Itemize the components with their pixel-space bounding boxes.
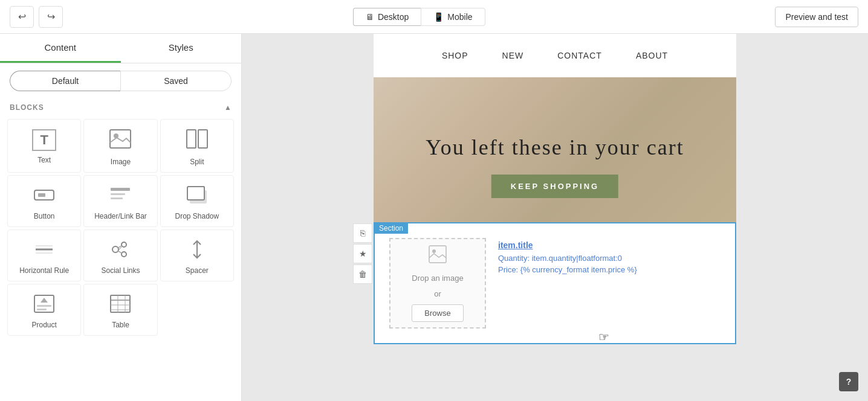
svg-rect-24 [37, 309, 47, 310]
image-block-icon [109, 129, 131, 153]
toolbar-right: Preview and test [775, 7, 858, 27]
block-text-label: Text [37, 156, 51, 164]
block-social[interactable]: Social Links [83, 229, 157, 281]
toolbar-left: ↩ ↪ [10, 6, 63, 28]
mode-default-button[interactable]: Default [10, 71, 120, 91]
svg-point-17 [121, 252, 126, 257]
email-nav: SHOP NEW CONTACT ABOUT [374, 34, 736, 77]
svg-rect-23 [37, 305, 51, 307]
button-block-icon [33, 185, 55, 207]
block-dropshadow-label: Drop Shadow [175, 212, 219, 220]
block-hrule[interactable]: Horizontal Rule [7, 229, 81, 281]
block-split[interactable]: Split [160, 119, 234, 173]
section-area: Section ⎘ ★ 🗑 Drop an image or [374, 222, 736, 344]
device-toggle: 🖥 Desktop 📱 Mobile [353, 8, 485, 26]
upload-drop-text: Drop an image [412, 273, 463, 284]
desktop-icon: 🖥 [366, 12, 374, 22]
svg-rect-3 [198, 130, 207, 148]
headerbar-block-icon [109, 185, 131, 207]
mode-buttons: Default Saved [0, 63, 241, 98]
block-image-label: Image [111, 158, 131, 166]
svg-rect-11 [187, 187, 204, 200]
block-table-label: Table [112, 321, 129, 329]
blocks-grid: T Text Image Split Button [0, 114, 241, 341]
price-template: {% currency_format item.price %} [520, 265, 637, 274]
upload-or-text: or [434, 289, 441, 300]
svg-rect-31 [429, 246, 446, 263]
cart-section: Drop an image or Browse item.title Quant… [375, 223, 735, 343]
block-image[interactable]: Image [83, 119, 157, 173]
spacer-block-icon [186, 240, 208, 261]
tab-styles[interactable]: Styles [121, 34, 242, 63]
content-area: SHOP NEW CONTACT ABOUT You left these in… [242, 34, 868, 401]
block-spacer[interactable]: Spacer [160, 229, 234, 281]
redo-button[interactable]: ↪ [39, 6, 63, 28]
section-label: Section [374, 223, 408, 234]
section-controls: ⎘ ★ 🗑 [353, 223, 372, 284]
sidebar-tabs: Content Styles [0, 34, 241, 63]
tab-content[interactable]: Content [0, 34, 121, 63]
item-title: item.title [498, 240, 721, 250]
svg-rect-7 [111, 193, 125, 195]
help-button[interactable]: ? [839, 372, 858, 391]
mode-saved-button[interactable]: Saved [120, 71, 232, 91]
block-hrule-label: Horizontal Rule [19, 266, 69, 275]
block-dropshadow[interactable]: Drop Shadow [160, 175, 234, 227]
desktop-button[interactable]: 🖥 Desktop [353, 8, 421, 26]
text-block-icon: T [32, 129, 56, 151]
svg-line-19 [118, 251, 121, 253]
browse-button[interactable]: Browse [412, 304, 463, 322]
block-button-label: Button [34, 212, 55, 220]
toolbar: ↩ ↪ 🖥 Desktop 📱 Mobile Preview and test [0, 0, 868, 34]
block-product[interactable]: Product [7, 284, 81, 336]
block-spacer-label: Spacer [186, 266, 209, 275]
blocks-title: BLOCKS [10, 103, 44, 112]
nav-contact[interactable]: CONTACT [540, 43, 619, 68]
nav-new[interactable]: NEW [485, 43, 541, 68]
item-price-field: Price: {% currency_format item.price %} [498, 265, 721, 274]
svg-point-15 [112, 246, 118, 252]
blocks-collapse-button[interactable]: ▲ [224, 103, 232, 112]
svg-rect-8 [111, 197, 123, 199]
svg-rect-6 [111, 188, 130, 191]
svg-point-16 [121, 242, 126, 247]
item-quantity-field: Quantity: item.quantity|floatformat:0 [498, 254, 721, 263]
nav-about[interactable]: ABOUT [619, 43, 685, 68]
cart-item-details: item.title Quantity: item.quantity|float… [498, 238, 721, 277]
mobile-label: Mobile [447, 12, 472, 22]
dropshadow-block-icon [186, 185, 208, 207]
main-layout: Content Styles Default Saved BLOCKS ▲ T … [0, 34, 868, 401]
mobile-button[interactable]: 📱 Mobile [421, 8, 485, 26]
hrule-block-icon [33, 240, 55, 261]
sidebar: Content Styles Default Saved BLOCKS ▲ T … [0, 34, 242, 401]
section-delete-button[interactable]: 🗑 [353, 265, 372, 284]
email-hero: You left these in your cart KEEP SHOPPIN… [374, 77, 736, 222]
blocks-header: BLOCKS ▲ [0, 98, 241, 114]
product-block-icon [33, 294, 55, 316]
quantity-template: item.quantity|floatformat:0 [532, 254, 622, 263]
block-text[interactable]: T Text [7, 119, 81, 173]
section-favorite-button[interactable]: ★ [353, 244, 372, 263]
block-headerbar[interactable]: Header/Link Bar [83, 175, 157, 227]
hero-text: You left these in your cart [426, 135, 684, 160]
svg-rect-2 [187, 130, 196, 148]
nav-shop[interactable]: SHOP [425, 43, 485, 68]
block-button[interactable]: Button [7, 175, 81, 227]
section-copy-button[interactable]: ⎘ [353, 223, 372, 243]
hero-keep-shopping-button[interactable]: KEEP SHOPPING [491, 175, 618, 198]
social-block-icon [109, 240, 131, 261]
preview-button[interactable]: Preview and test [775, 7, 858, 27]
quantity-label: Quantity: [498, 254, 530, 263]
table-block-icon [109, 294, 131, 316]
block-product-label: Product [31, 321, 56, 329]
block-table[interactable]: Table [83, 284, 157, 336]
price-label: Price: [498, 265, 518, 274]
desktop-label: Desktop [378, 12, 409, 22]
block-social-label: Social Links [101, 266, 140, 275]
email-preview: SHOP NEW CONTACT ABOUT You left these in… [374, 34, 736, 344]
svg-point-32 [432, 249, 436, 253]
undo-button[interactable]: ↩ [10, 6, 34, 28]
block-split-label: Split [190, 158, 204, 166]
upload-icon [428, 245, 447, 268]
split-block-icon [186, 129, 208, 153]
